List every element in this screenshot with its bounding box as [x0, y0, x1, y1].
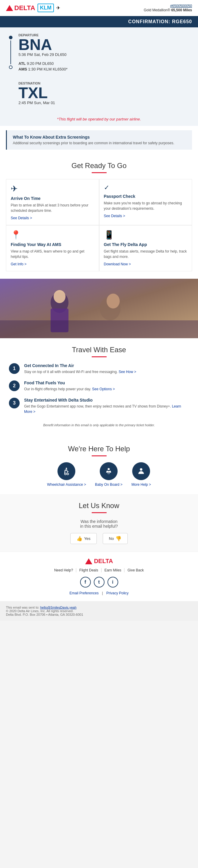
email-preferences-link[interactable]: Email Preferences: [69, 591, 98, 595]
stop2-time: 1:30 PM KLM KL6500*: [28, 67, 67, 71]
thumbs-up-icon: 👍: [77, 536, 83, 541]
ease-number-2: 2: [9, 380, 20, 391]
screenings-body: Additional security screenings prior to …: [13, 141, 186, 145]
thumbs-down-icon: 👎: [115, 536, 121, 541]
banner-image: [0, 279, 198, 338]
passport-icon: ✓: [104, 184, 188, 192]
destination-code: TXL: [19, 85, 189, 100]
footer-delta-triangle: [85, 558, 92, 564]
instagram-icon[interactable]: i: [108, 577, 118, 588]
travel-ease-section: Travel With Ease 1 Get Connected In The …: [0, 338, 198, 437]
footer-delta-wordmark: DELTA: [94, 558, 113, 565]
privacy-policy-link[interactable]: Privacy Policy: [106, 591, 129, 595]
passport-title: Passport Check: [104, 194, 188, 199]
svg-point-9: [67, 473, 69, 475]
wheelchair-icon: [57, 462, 75, 480]
stops-info: ATL 9:20 PM DL650 AMS 1:30 PM KLM KL6500…: [19, 61, 189, 71]
app-title: Get The Fly Delta App: [104, 242, 188, 247]
account-number-link[interactable]: #6500500050: [144, 4, 192, 8]
footer-nav: Need Help? Flight Deals Earn Miles Give …: [6, 568, 192, 572]
footer-nav-miles[interactable]: Earn Miles: [102, 568, 125, 572]
sent-to-email[interactable]: hello@SmilesDavis.yeah: [40, 606, 77, 609]
arrive-body: Plan to arrive at BNA at least 3 hours b…: [11, 203, 94, 213]
address-text: Delta Blvd. P.O. Box 20706 • Atlanta, GA…: [6, 613, 192, 616]
svg-point-2: [54, 290, 65, 303]
wayfinding-title: Finding Your Way At AMS: [11, 242, 94, 247]
footer-nav-help[interactable]: Need Help?: [51, 568, 76, 572]
wifi-title: Get Connected In The Air: [24, 363, 136, 368]
stop1-code: ATL: [19, 61, 26, 66]
partner-note: *This flight will be operated by our par…: [9, 114, 189, 123]
route-dots: [9, 33, 12, 69]
help-more[interactable]: More Help >: [131, 462, 151, 487]
delta-triangle-icon: [6, 5, 13, 11]
ease-content-wifi: Get Connected In The Air Stay on top of …: [24, 363, 136, 374]
wayfinding-link[interactable]: Get Info >: [11, 262, 27, 266]
twitter-icon[interactable]: t: [94, 577, 105, 588]
ready-item-wayfinding: 📍 Finding Your Way At AMS View a map of …: [6, 225, 99, 271]
ease-item-wifi: 1 Get Connected In The Air Stay on top o…: [9, 363, 189, 374]
yes-button[interactable]: 👍 Yes: [70, 533, 97, 544]
account-miles: 65,500 Miles: [171, 8, 192, 12]
help-wheelchair[interactable]: Wheelchair Assistance >: [47, 462, 86, 487]
partner-icon: ✈: [56, 5, 60, 11]
help-baby[interactable]: Baby On Board >: [95, 462, 122, 487]
email-container: DELTA KLM ✈ #6500500050 Gold Medallion® …: [0, 0, 198, 621]
get-ready-section: Get Ready To Go ✈ Arrive On Time Plan to…: [0, 154, 198, 279]
itinerary-section: DEPARTURE BNA 5:36 PM Sat, Feb 29 DL650 …: [0, 27, 198, 126]
ease-content-food: Food That Fuels You Our in-flight offeri…: [24, 380, 115, 392]
delta-wordmark: DELTA: [14, 4, 35, 12]
logos: DELTA KLM ✈: [6, 4, 60, 12]
copyright-text: © 2020 Delta Air Lines, Inc. All rights …: [6, 609, 192, 613]
account-info: #6500500050 Gold Medallion® 65,500 Miles: [144, 4, 192, 12]
baby-label: Baby On Board >: [95, 483, 122, 487]
arrive-title: Arrive On Time: [11, 196, 94, 201]
wheelchair-label: Wheelchair Assistance >: [47, 483, 86, 487]
app-body: Get flight status alerts, message Delta …: [104, 249, 188, 259]
arrive-link[interactable]: See Details >: [11, 216, 32, 220]
food-link[interactable]: See Options >: [92, 387, 115, 391]
svg-point-5: [107, 293, 120, 308]
help-section: We're Here To Help Wheelchair Assistance…: [0, 437, 198, 494]
travel-ease-divider: [92, 356, 107, 357]
ready-item-arrive: ✈ Arrive On Time Plan to arrive at BNA a…: [6, 179, 99, 225]
travel-disclaimer: Benefit information in this email is onl…: [9, 420, 189, 430]
bottom-disclaimer: This email was sent to: hello@SmilesDavi…: [0, 601, 198, 621]
feedback-section: Let Us Know Was the information in this …: [0, 494, 198, 552]
footer-delta-logo: DELTA: [6, 558, 192, 565]
app-icon: 📱: [104, 230, 188, 240]
help-title: We're Here To Help: [6, 445, 192, 453]
footer-nav-deals[interactable]: Flight Deals: [76, 568, 101, 572]
confirmation-bar: CONFIRMATION: RGE650: [0, 16, 198, 27]
facebook-icon[interactable]: f: [80, 577, 91, 588]
footer-nav-give[interactable]: Give Back: [124, 568, 147, 572]
footer: DELTA Need Help? Flight Deals Earn Miles…: [0, 552, 198, 601]
passport-link[interactable]: See Details >: [104, 214, 125, 218]
help-divider: [92, 456, 107, 456]
ready-item-passport: ✓ Passport Check Make sure you're ready …: [99, 179, 192, 225]
route-line: [10, 40, 11, 64]
feedback-divider: [92, 512, 107, 513]
wifi-body: Stay on top of it all with onboard Wi-Fi…: [24, 369, 136, 374]
destination-time: 2:45 PM Sun, Mar 01: [19, 100, 189, 105]
screenings-title: What To Know About Extra Screenings: [13, 135, 186, 140]
confirmation-label: CONFIRMATION: RGE650: [128, 19, 192, 24]
screenings-box: What To Know About Extra Screenings Addi…: [6, 130, 192, 150]
klm-logo: KLM: [37, 4, 54, 12]
departure-code: BNA: [19, 37, 189, 52]
wayfinding-body: View a map of AMS, learn where to go and…: [11, 249, 94, 259]
yes-label: Yes: [84, 536, 90, 541]
svg-point-7: [66, 468, 67, 469]
help-icons: Wheelchair Assistance > Baby On Board >: [6, 462, 192, 487]
app-link[interactable]: Download Now >: [104, 262, 131, 266]
ready-grid: ✈ Arrive On Time Plan to arrive at BNA a…: [6, 179, 192, 271]
destination-section: DESTINATION TXL 2:45 PM Sun, Mar 01: [19, 82, 189, 105]
no-label: No: [109, 536, 114, 541]
red-divider: [92, 172, 107, 173]
no-button[interactable]: No 👎: [103, 533, 128, 544]
wifi-link[interactable]: See How >: [119, 370, 136, 374]
route-details: DEPARTURE BNA 5:36 PM Sat, Feb 29 DL650 …: [19, 33, 189, 110]
departure-time: 5:36 PM Sat, Feb 29 DL650: [19, 52, 189, 57]
header: DELTA KLM ✈ #6500500050 Gold Medallion® …: [0, 0, 198, 16]
baby-icon: [100, 462, 118, 480]
